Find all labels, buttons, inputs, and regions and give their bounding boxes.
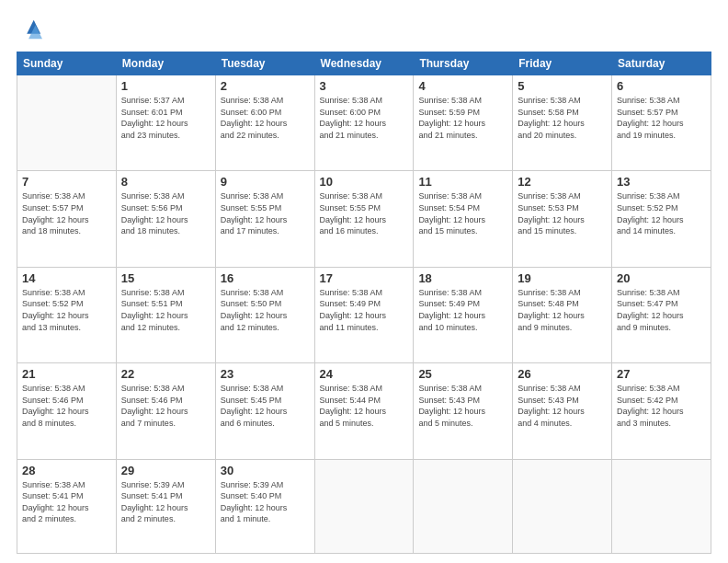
day-info: Sunrise: 5:38 AM Sunset: 5:49 PM Dayligh… [418,287,507,333]
calendar-day: 3Sunrise: 5:38 AM Sunset: 6:00 PM Daylig… [314,75,414,171]
day-number: 26 [518,367,607,381]
calendar-day: 24Sunrise: 5:38 AM Sunset: 5:44 PM Dayli… [314,363,414,459]
calendar-table: SundayMondayTuesdayWednesdayThursdayFrid… [17,52,711,554]
calendar-day: 12Sunrise: 5:38 AM Sunset: 5:53 PM Dayli… [513,171,612,267]
calendar-week-row: 14Sunrise: 5:38 AM Sunset: 5:52 PM Dayli… [17,267,711,362]
logo [17,17,44,42]
day-number: 4 [418,79,507,93]
day-info: Sunrise: 5:38 AM Sunset: 5:58 PM Dayligh… [518,95,607,141]
day-number: 8 [121,175,210,189]
day-number: 28 [22,464,111,477]
day-number: 20 [617,271,706,285]
calendar-day: 9Sunrise: 5:38 AM Sunset: 5:55 PM Daylig… [215,171,314,267]
day-info: Sunrise: 5:38 AM Sunset: 5:43 PM Dayligh… [518,383,607,429]
day-info: Sunrise: 5:38 AM Sunset: 5:56 PM Dayligh… [121,190,210,236]
calendar-day [513,459,612,553]
day-number: 14 [22,271,111,285]
calendar-day: 14Sunrise: 5:38 AM Sunset: 5:52 PM Dayli… [17,267,117,362]
header [17,17,711,42]
calendar-day: 10Sunrise: 5:38 AM Sunset: 5:55 PM Dayli… [314,171,414,267]
calendar-week-row: 7Sunrise: 5:38 AM Sunset: 5:57 PM Daylig… [17,171,711,267]
calendar-day: 7Sunrise: 5:38 AM Sunset: 5:57 PM Daylig… [17,171,117,267]
calendar-week-row: 21Sunrise: 5:38 AM Sunset: 5:46 PM Dayli… [17,363,711,459]
day-number: 2 [221,79,310,93]
calendar-day: 30Sunrise: 5:39 AM Sunset: 5:40 PM Dayli… [215,459,314,553]
day-number: 9 [221,175,310,189]
calendar-day: 1Sunrise: 5:37 AM Sunset: 6:01 PM Daylig… [116,75,215,171]
calendar-day: 26Sunrise: 5:38 AM Sunset: 5:43 PM Dayli… [513,363,612,459]
calendar-day: 25Sunrise: 5:38 AM Sunset: 5:43 PM Dayli… [414,363,513,459]
day-number: 19 [518,271,607,285]
day-info: Sunrise: 5:38 AM Sunset: 5:41 PM Dayligh… [22,479,111,525]
weekday-header: Thursday [414,52,513,75]
calendar-day: 21Sunrise: 5:38 AM Sunset: 5:46 PM Dayli… [17,363,117,459]
day-number: 5 [518,79,607,93]
weekday-header-row: SundayMondayTuesdayWednesdayThursdayFrid… [17,52,711,75]
day-number: 22 [121,367,210,381]
calendar-day: 22Sunrise: 5:38 AM Sunset: 5:46 PM Dayli… [116,363,215,459]
calendar-week-row: 1Sunrise: 5:37 AM Sunset: 6:01 PM Daylig… [17,75,711,171]
calendar-day: 8Sunrise: 5:38 AM Sunset: 5:56 PM Daylig… [116,171,215,267]
day-number: 10 [320,175,409,189]
day-info: Sunrise: 5:38 AM Sunset: 5:59 PM Dayligh… [418,95,507,141]
weekday-header: Wednesday [314,52,414,75]
day-info: Sunrise: 5:38 AM Sunset: 5:55 PM Dayligh… [221,190,310,236]
calendar-day [17,75,117,171]
calendar-day: 16Sunrise: 5:38 AM Sunset: 5:50 PM Dayli… [215,267,314,362]
day-info: Sunrise: 5:38 AM Sunset: 5:46 PM Dayligh… [121,383,210,429]
calendar-day: 2Sunrise: 5:38 AM Sunset: 6:00 PM Daylig… [215,75,314,171]
day-info: Sunrise: 5:38 AM Sunset: 5:52 PM Dayligh… [22,287,111,333]
day-number: 21 [22,367,111,381]
day-number: 18 [418,271,507,285]
weekday-header: Tuesday [215,52,314,75]
weekday-header: Monday [116,52,215,75]
calendar-day: 18Sunrise: 5:38 AM Sunset: 5:49 PM Dayli… [414,267,513,362]
day-number: 24 [320,367,409,381]
day-number: 23 [221,367,310,381]
day-number: 30 [221,464,310,477]
day-number: 15 [121,271,210,285]
calendar-day: 15Sunrise: 5:38 AM Sunset: 5:51 PM Dayli… [116,267,215,362]
day-number: 27 [617,367,706,381]
calendar-day [414,459,513,553]
day-info: Sunrise: 5:38 AM Sunset: 5:57 PM Dayligh… [22,190,111,236]
day-info: Sunrise: 5:39 AM Sunset: 5:41 PM Dayligh… [121,479,210,525]
day-info: Sunrise: 5:38 AM Sunset: 5:50 PM Dayligh… [221,287,310,333]
day-info: Sunrise: 5:38 AM Sunset: 5:43 PM Dayligh… [418,383,507,429]
calendar-day: 29Sunrise: 5:39 AM Sunset: 5:41 PM Dayli… [116,459,215,553]
calendar-day: 5Sunrise: 5:38 AM Sunset: 5:58 PM Daylig… [513,75,612,171]
day-info: Sunrise: 5:38 AM Sunset: 5:55 PM Dayligh… [320,190,409,236]
calendar-week-row: 28Sunrise: 5:38 AM Sunset: 5:41 PM Dayli… [17,459,711,553]
calendar-day: 27Sunrise: 5:38 AM Sunset: 5:42 PM Dayli… [612,363,711,459]
calendar-day [314,459,414,553]
day-number: 6 [617,79,706,93]
day-info: Sunrise: 5:38 AM Sunset: 5:57 PM Dayligh… [617,95,706,141]
day-number: 12 [518,175,607,189]
day-info: Sunrise: 5:38 AM Sunset: 5:53 PM Dayligh… [518,190,607,236]
day-number: 11 [418,175,507,189]
page: SundayMondayTuesdayWednesdayThursdayFrid… [0,0,728,563]
weekday-header: Saturday [612,52,711,75]
day-number: 25 [418,367,507,381]
calendar-day: 13Sunrise: 5:38 AM Sunset: 5:52 PM Dayli… [612,171,711,267]
day-info: Sunrise: 5:38 AM Sunset: 5:51 PM Dayligh… [121,287,210,333]
calendar-day: 19Sunrise: 5:38 AM Sunset: 5:48 PM Dayli… [513,267,612,362]
calendar-day [612,459,711,553]
calendar-day: 17Sunrise: 5:38 AM Sunset: 5:49 PM Dayli… [314,267,414,362]
day-info: Sunrise: 5:37 AM Sunset: 6:01 PM Dayligh… [121,95,210,141]
day-info: Sunrise: 5:38 AM Sunset: 5:54 PM Dayligh… [418,190,507,236]
day-info: Sunrise: 5:38 AM Sunset: 6:00 PM Dayligh… [221,95,310,141]
day-info: Sunrise: 5:38 AM Sunset: 6:00 PM Dayligh… [320,95,409,141]
day-number: 7 [22,175,111,189]
day-info: Sunrise: 5:38 AM Sunset: 5:52 PM Dayligh… [617,190,706,236]
day-number: 16 [221,271,310,285]
day-number: 3 [320,79,409,93]
day-info: Sunrise: 5:38 AM Sunset: 5:44 PM Dayligh… [320,383,409,429]
day-info: Sunrise: 5:38 AM Sunset: 5:46 PM Dayligh… [22,383,111,429]
weekday-header: Sunday [17,52,117,75]
day-info: Sunrise: 5:38 AM Sunset: 5:48 PM Dayligh… [518,287,607,333]
day-info: Sunrise: 5:38 AM Sunset: 5:49 PM Dayligh… [320,287,409,333]
weekday-header: Friday [513,52,612,75]
calendar-day: 20Sunrise: 5:38 AM Sunset: 5:47 PM Dayli… [612,267,711,362]
logo-icon [17,17,42,42]
